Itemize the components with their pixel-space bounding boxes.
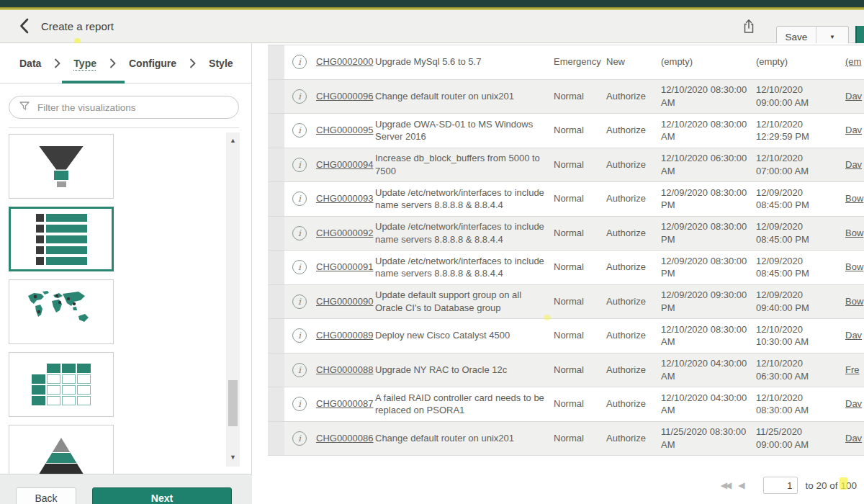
table-row[interactable]: i CHG0000090 Update default support grou…: [268, 284, 864, 319]
table-row[interactable]: i CHG0000086 Change default router on un…: [268, 421, 864, 456]
assignee-link-clipped[interactable]: Dav: [845, 91, 862, 102]
change-number-link[interactable]: CHG0000091: [316, 261, 374, 272]
click-highlight: [74, 38, 81, 43]
visualization-list: [0, 128, 223, 474]
step-configure[interactable]: Configure: [129, 58, 176, 69]
scroll-up-icon[interactable]: ▲: [226, 135, 240, 145]
table-row[interactable]: i CHG0000096 Change default router on un…: [268, 79, 864, 114]
assignee-link-clipped[interactable]: Dav: [845, 433, 862, 444]
viz-list-scrollbar[interactable]: ▲ ▼: [226, 132, 240, 467]
scrollbar-thumb[interactable]: [228, 380, 238, 426]
assignee-link-clipped[interactable]: (em: [845, 56, 861, 67]
viz-thumbnail-pyramid[interactable]: [9, 425, 114, 474]
viz-thumbnail-funnel[interactable]: [9, 134, 114, 199]
short-description: Change default router on unix201: [375, 432, 548, 445]
funnel-chart-icon: [39, 146, 84, 187]
change-number-link[interactable]: CHG0000096: [316, 91, 374, 102]
previous-page-icon[interactable]: ◀: [738, 480, 744, 490]
change-number-link[interactable]: CHG0000095: [316, 125, 374, 135]
assignee-link-clipped[interactable]: Dav: [845, 125, 862, 135]
start-date-value: 12/09/2020 08:30:00 PM: [661, 220, 747, 246]
assignee-link-clipped[interactable]: Dav: [845, 330, 862, 341]
info-icon[interactable]: i: [292, 397, 307, 411]
change-number-link[interactable]: CHG0000094: [316, 159, 374, 170]
state-value: New: [606, 55, 657, 68]
info-icon[interactable]: i: [292, 89, 307, 104]
change-number-link[interactable]: CHG0000086: [316, 433, 374, 444]
info-icon[interactable]: i: [292, 431, 307, 446]
change-number-link[interactable]: CHG0000087: [316, 398, 374, 409]
info-icon[interactable]: i: [292, 192, 307, 206]
viz-thumbnail-list[interactable]: [9, 207, 114, 271]
table-row[interactable]: i CHG0000089 Deploy new Cisco Catalyst 4…: [268, 318, 864, 353]
info-icon[interactable]: i: [292, 226, 307, 240]
end-date-value: 12/10/2020 12:29:59 PM: [756, 118, 841, 143]
page-number-input[interactable]: [763, 477, 798, 494]
pagination: ◀◀ ◀ to 20 of 100: [721, 476, 857, 495]
info-icon[interactable]: i: [292, 158, 307, 172]
table-row[interactable]: i CHG0000094 Increase db_block_buffers f…: [268, 148, 864, 182]
back-button[interactable]: [14, 18, 33, 37]
assignee-link-clipped[interactable]: Bow: [845, 296, 863, 307]
info-icon[interactable]: i: [292, 123, 307, 138]
start-date-value: 11/25/2020 08:30:00 AM: [661, 426, 747, 451]
viz-thumbnail-pivot-table[interactable]: [9, 352, 114, 417]
first-page-icon[interactable]: ◀◀: [721, 480, 729, 490]
info-icon[interactable]: i: [292, 294, 307, 309]
short-description: Deploy new Cisco Catalyst 4500: [375, 329, 548, 342]
viz-thumbnail-world-map[interactable]: [9, 279, 114, 344]
row-gutter: [268, 217, 284, 251]
table-row[interactable]: i CHG0000091 Update /etc/network/interfa…: [268, 250, 864, 284]
table-row[interactable]: i CHG0000088 Upgrade NY RAC to Oracle 12…: [268, 353, 864, 387]
chevron-right-icon: [54, 58, 60, 68]
table-row[interactable]: i CHG0000093 Update /etc/network/interfa…: [268, 181, 864, 216]
assignee-link-clipped[interactable]: Bow: [845, 193, 863, 204]
end-date-value: 12/09/2020 08:45:00 PM: [756, 255, 841, 280]
step-type[interactable]: Type: [73, 58, 96, 69]
table-row[interactable]: i CHG0000092 Update /etc/network/interfa…: [268, 216, 864, 251]
change-number-link[interactable]: CHG0000088: [316, 364, 374, 375]
start-date-value: 12/10/2020 08:30:00 AM: [661, 118, 747, 143]
change-number-link[interactable]: CHG0000093: [316, 193, 374, 204]
wizard-footer: Back Next: [0, 474, 252, 504]
priority-value: Normal: [554, 295, 601, 308]
share-button[interactable]: [740, 19, 757, 36]
list-chart-icon: [36, 214, 87, 265]
step-data[interactable]: Data: [19, 58, 41, 69]
scroll-down-icon[interactable]: ▼: [226, 452, 240, 462]
priority-value: Normal: [554, 261, 601, 274]
end-date-value: 12/10/2020 08:30:00 AM: [756, 392, 841, 417]
next-step-button[interactable]: Next: [92, 487, 232, 504]
priority-value: Normal: [554, 124, 601, 137]
table-row[interactable]: i CHG0002000 Upgrade MySql 5.6 to 5.7 Em…: [268, 45, 864, 79]
header: Create a report Save ▼: [0, 10, 864, 43]
assignee-link-clipped[interactable]: Dav: [845, 398, 862, 409]
state-value: Authorize: [606, 295, 657, 308]
end-date-value: 12/10/2020 10:30:00 AM: [756, 323, 841, 348]
info-icon[interactable]: i: [292, 328, 307, 343]
info-icon[interactable]: i: [292, 55, 307, 69]
filter-input[interactable]: [37, 102, 238, 113]
state-value: Authorize: [606, 158, 657, 171]
assignee-link-clipped[interactable]: Fre: [845, 364, 860, 375]
assignee-link-clipped[interactable]: Bow: [845, 228, 863, 238]
info-icon[interactable]: i: [292, 260, 307, 274]
change-number-link[interactable]: CHG0000089: [316, 330, 374, 341]
assignee-link-clipped[interactable]: Bow: [845, 261, 863, 272]
start-date-value: 12/09/2020 09:30:00 PM: [661, 289, 747, 314]
row-gutter: [268, 319, 284, 353]
row-gutter: [268, 114, 284, 148]
table-row[interactable]: i CHG0000095 Upgrade OWA-SD-01 to MS Win…: [268, 113, 864, 148]
row-gutter: [268, 422, 284, 456]
change-number-link[interactable]: CHG0002000: [316, 56, 374, 67]
short-description: Update default support group on all Orac…: [375, 289, 548, 314]
change-number-link[interactable]: CHG0000092: [316, 228, 374, 238]
assignee-link-clipped[interactable]: Dav: [845, 159, 862, 170]
table-row[interactable]: i CHG0000087 A failed RAID controller ca…: [268, 387, 864, 421]
state-value: Authorize: [606, 192, 657, 205]
back-step-button[interactable]: Back: [16, 487, 76, 504]
info-icon[interactable]: i: [292, 363, 307, 377]
short-description: Upgrade MySql 5.6 to 5.7: [375, 55, 548, 68]
change-number-link[interactable]: CHG0000090: [316, 296, 374, 307]
step-style[interactable]: Style: [209, 58, 233, 69]
